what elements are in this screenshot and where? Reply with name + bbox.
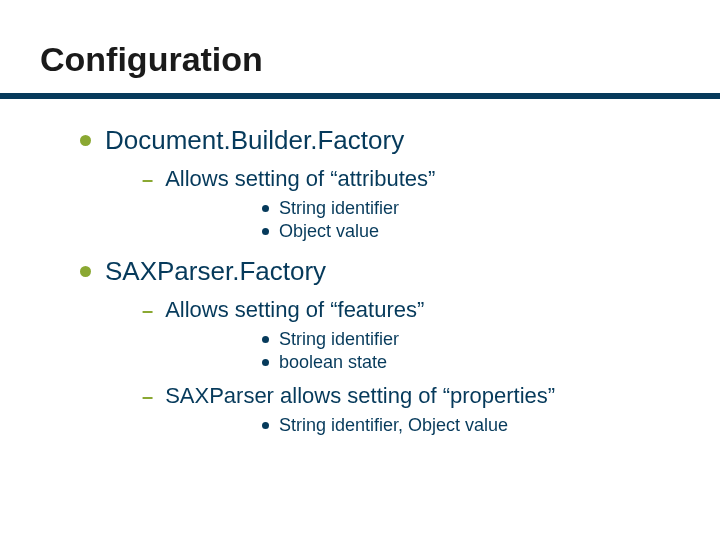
bullet-level3: String identifier [262,198,680,219]
bullet-text: boolean state [279,352,387,373]
bullet-dot-icon [80,135,91,146]
bullet-row: – Allows setting of “features” [142,297,680,323]
bullet-text: Object value [279,221,379,242]
dash-icon: – [142,385,153,408]
bullet-text: Allows setting of “attributes” [165,166,435,192]
slide-title: Configuration [40,40,680,79]
bullet-level2: – Allows setting of “features” String id… [142,297,680,373]
bullet-dot-small-icon [262,228,269,235]
bullet-level3: Object value [262,221,680,242]
bullet-level2: – Allows setting of “attributes” String … [142,166,680,242]
bullet-text: SAXParser.Factory [105,256,326,287]
underline-rule [0,93,720,99]
bullet-text: Document.Builder.Factory [105,125,404,156]
bullet-level3-group: String identifier Object value [262,198,680,242]
bullet-level3-group: String identifier boolean state [262,329,680,373]
bullet-row: – SAXParser allows setting of “propertie… [142,383,680,409]
bullet-level2: – SAXParser allows setting of “propertie… [142,383,680,436]
section-sax-parser-factory: SAXParser.Factory – Allows setting of “f… [40,256,680,436]
bullet-level3: String identifier, Object value [262,415,680,436]
dash-icon: – [142,299,153,322]
bullet-row: Document.Builder.Factory [80,125,680,156]
bullet-level3: boolean state [262,352,680,373]
bullet-dot-small-icon [262,359,269,366]
bullet-text: String identifier [279,198,399,219]
bullet-dot-small-icon [262,205,269,212]
bullet-dot-small-icon [262,422,269,429]
bullet-level3-group: String identifier, Object value [262,415,680,436]
bullet-level1: Document.Builder.Factory – Allows settin… [80,125,680,242]
bullet-dot-icon [80,266,91,277]
bullet-text: Allows setting of “features” [165,297,424,323]
bullet-level1: SAXParser.Factory – Allows setting of “f… [80,256,680,436]
dash-icon: – [142,168,153,191]
section-document-builder-factory: Document.Builder.Factory – Allows settin… [40,125,680,242]
bullet-text: String identifier, Object value [279,415,508,436]
bullet-row: – Allows setting of “attributes” [142,166,680,192]
bullet-row: SAXParser.Factory [80,256,680,287]
bullet-text: SAXParser allows setting of “properties” [165,383,555,409]
bullet-dot-small-icon [262,336,269,343]
slide: Configuration Document.Builder.Factory –… [0,0,720,540]
bullet-level3: String identifier [262,329,680,350]
bullet-text: String identifier [279,329,399,350]
